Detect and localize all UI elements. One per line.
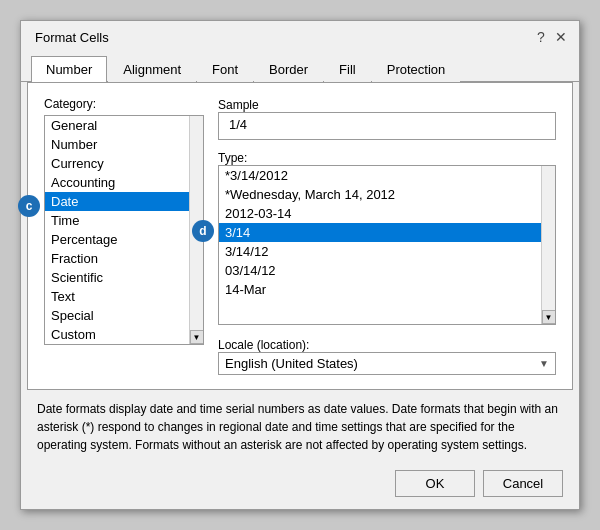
type-list[interactable]: *3/14/2012 *Wednesday, March 14, 2012 20… xyxy=(218,165,556,325)
category-panel: Category: c General Number Currency Acco… xyxy=(44,97,204,375)
tab-number[interactable]: Number xyxy=(31,56,107,82)
category-item-currency[interactable]: Currency xyxy=(45,154,189,173)
title-controls: ? ✕ xyxy=(533,29,569,45)
sample-label: Sample xyxy=(218,98,259,112)
category-label: Category: xyxy=(44,97,204,111)
category-item-number[interactable]: Number xyxy=(45,135,189,154)
badge-c: c xyxy=(18,195,40,217)
description-area: Date formats display date and time seria… xyxy=(21,390,579,462)
type-label: Type: xyxy=(218,151,247,165)
right-panel: Sample 1/4 Type: d *3/14/2012 *Wednesday… xyxy=(218,97,556,375)
tab-protection[interactable]: Protection xyxy=(372,56,461,82)
category-item-custom[interactable]: Custom xyxy=(45,325,189,344)
category-item-accounting[interactable]: Accounting xyxy=(45,173,189,192)
category-item-fraction[interactable]: Fraction xyxy=(45,249,189,268)
type-item-4[interactable]: 3/14/12 xyxy=(219,242,541,261)
type-section: Type: d *3/14/2012 *Wednesday, March 14,… xyxy=(218,150,556,327)
category-item-scientific[interactable]: Scientific xyxy=(45,268,189,287)
category-item-general[interactable]: General xyxy=(45,116,189,135)
badge-d: d xyxy=(192,220,214,242)
category-item-text[interactable]: Text xyxy=(45,287,189,306)
locale-label: Locale (location): xyxy=(218,338,309,352)
category-item-special[interactable]: Special xyxy=(45,306,189,325)
type-scrollbar[interactable]: ▼ xyxy=(541,166,555,324)
dropdown-arrow-icon: ▼ xyxy=(539,358,549,369)
sample-value: 1/4 xyxy=(218,112,556,140)
cancel-button[interactable]: Cancel xyxy=(483,470,563,497)
locale-section: Locale (location): English (United State… xyxy=(218,337,556,375)
tab-font[interactable]: Font xyxy=(197,56,253,82)
scroll-down-arrow[interactable]: ▼ xyxy=(190,330,204,344)
tab-alignment[interactable]: Alignment xyxy=(108,56,196,82)
main-content: Category: c General Number Currency Acco… xyxy=(27,82,573,390)
category-list[interactable]: General Number Currency Accounting Date … xyxy=(44,115,204,345)
type-item-2[interactable]: 2012-03-14 xyxy=(219,204,541,223)
tab-fill[interactable]: Fill xyxy=(324,56,371,82)
main-area: Category: c General Number Currency Acco… xyxy=(44,97,556,375)
type-item-1[interactable]: *Wednesday, March 14, 2012 xyxy=(219,185,541,204)
type-item-0[interactable]: *3/14/2012 xyxy=(219,166,541,185)
dialog-title: Format Cells xyxy=(35,30,109,45)
locale-value: English (United States) xyxy=(225,356,358,371)
type-item-5[interactable]: 03/14/12 xyxy=(219,261,541,280)
category-item-time[interactable]: Time xyxy=(45,211,189,230)
footer: OK Cancel xyxy=(21,462,579,509)
type-scroll-down[interactable]: ▼ xyxy=(542,310,556,324)
sample-section: Sample 1/4 xyxy=(218,97,556,140)
type-item-3[interactable]: 3/14 xyxy=(219,223,541,242)
close-button[interactable]: ✕ xyxy=(553,29,569,45)
tab-bar: Number Alignment Font Border Fill Protec… xyxy=(21,49,579,82)
locale-dropdown[interactable]: English (United States) ▼ xyxy=(218,352,556,375)
category-item-date[interactable]: Date xyxy=(45,192,189,211)
description-text: Date formats display date and time seria… xyxy=(37,402,558,452)
format-cells-dialog: Format Cells ? ✕ Number Alignment Font B… xyxy=(20,20,580,510)
type-item-6[interactable]: 14-Mar xyxy=(219,280,541,299)
tab-border[interactable]: Border xyxy=(254,56,323,82)
category-item-percentage[interactable]: Percentage xyxy=(45,230,189,249)
ok-button[interactable]: OK xyxy=(395,470,475,497)
help-button[interactable]: ? xyxy=(533,29,549,45)
title-bar: Format Cells ? ✕ xyxy=(21,21,579,49)
